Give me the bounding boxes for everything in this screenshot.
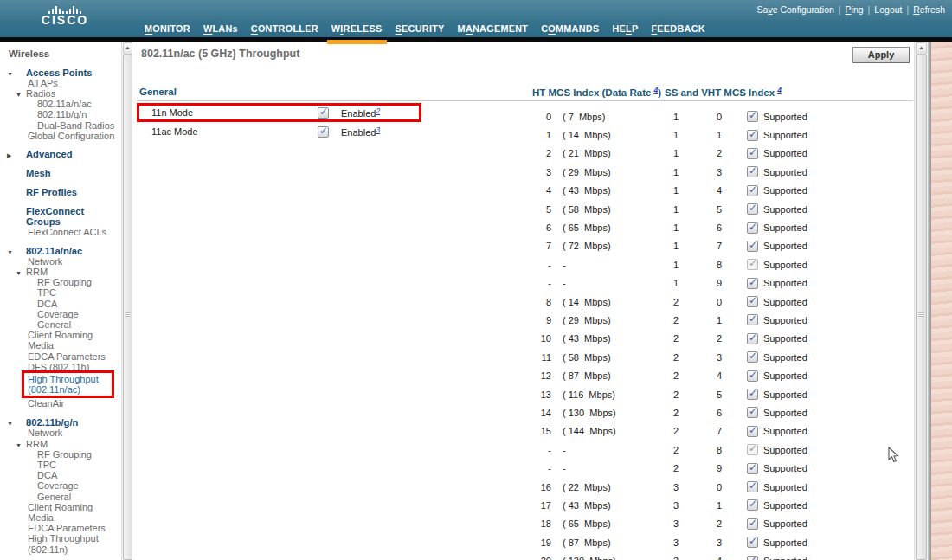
ht-mcs-heading-text: HT MCS Index (Data Rate <box>532 87 651 98</box>
mode-checkbox[interactable] <box>318 126 329 138</box>
sidebar-item-network[interactable]: Network <box>0 428 121 438</box>
sidebar-item-dca[interactable]: DCA <box>0 470 121 480</box>
menu-tab-help[interactable]: HELP <box>612 23 638 37</box>
ht-mcs-index: 13 <box>534 389 551 400</box>
menu-tab-security[interactable]: SECURITY <box>396 23 445 37</box>
toplink-refresh[interactable]: Refresh <box>913 4 945 15</box>
sidebar-item-edca-parameters[interactable]: EDCA Parameters <box>0 523 121 533</box>
apply-button[interactable]: Apply <box>852 47 910 63</box>
supported-checkbox[interactable] <box>747 148 758 159</box>
supported-checkbox[interactable] <box>747 351 758 363</box>
supported-checkbox[interactable] <box>747 278 758 289</box>
mode-footnote-link[interactable]: 3 <box>376 126 380 134</box>
spatial-stream: 2 <box>671 315 681 325</box>
sidebar-item-802-11a-n-ac[interactable]: 802.11a/n/ac <box>0 99 121 109</box>
sidebar-scrollbar-thumb[interactable] <box>123 55 132 560</box>
supported-checkbox[interactable] <box>747 463 758 474</box>
menu-tab-wlans[interactable]: WLANs <box>203 23 238 37</box>
sidebar-item-802-11b-g-n[interactable]: 802.11b/g/n <box>0 109 121 119</box>
menu-tab-feedback[interactable]: FEEDBACK <box>651 23 704 37</box>
toplink-logout[interactable]: Logout <box>874 4 902 15</box>
supported-checkbox[interactable] <box>747 203 758 215</box>
sidebar-item-advanced[interactable]: ▶Advanced <box>0 149 121 159</box>
sidebar-item-client-roaming[interactable]: Client Roaming <box>0 330 121 340</box>
sidebar-item-rrm[interactable]: ▼RRM <box>0 439 121 449</box>
chevron-right-icon[interactable]: ▶ <box>7 151 11 161</box>
menu-tab-controller[interactable]: CONTROLLER <box>251 23 318 37</box>
ht-mcs-heading-close: ) <box>658 87 661 98</box>
ht-mcs-index: 6 <box>534 222 551 233</box>
content-scrollbar[interactable]: ▲ <box>914 42 928 560</box>
sidebar-item-all-aps[interactable]: All APs <box>0 78 121 88</box>
sidebar-item-general[interactable]: General <box>0 319 121 330</box>
mode-footnote-link[interactable]: 2 <box>376 106 380 115</box>
sidebar-item-rf-profiles[interactable]: RF Profiles <box>0 187 121 197</box>
supported-checkbox[interactable] <box>747 333 758 344</box>
sidebar-item-802-11a-n-ac[interactable]: ▼802.11a/n/ac <box>0 246 121 256</box>
menu-tab-monitor[interactable]: MONITOR <box>145 23 190 37</box>
data-rate: ( 65 Mbps) <box>563 222 666 233</box>
supported-checkbox[interactable] <box>747 185 758 196</box>
supported-checkbox[interactable] <box>747 111 758 122</box>
ht-mcs-index: 8 <box>534 297 551 307</box>
content-scrollbar-thumb[interactable] <box>916 55 927 560</box>
toplink-save-configuration[interactable]: Save Configuration <box>757 4 834 15</box>
supported-checkbox[interactable] <box>747 314 758 325</box>
sidebar-item-general[interactable]: General <box>0 492 121 502</box>
vht-mcs-footnote-link[interactable]: 4 <box>777 86 782 94</box>
supported-checkbox[interactable] <box>747 389 758 400</box>
supported-checkbox[interactable] <box>747 518 758 530</box>
sidebar-item-high-throughput-802-11n-ac-[interactable]: High Throughput (802.11n/ac) <box>22 370 114 398</box>
menu-tab-management[interactable]: MANAGEMENT <box>458 23 529 37</box>
supported-checkbox[interactable] <box>747 499 758 511</box>
sidebar-item-edca-parameters[interactable]: EDCA Parameters <box>0 351 121 362</box>
scroll-up-icon[interactable]: ▲ <box>123 42 132 55</box>
sidebar-item-access-points[interactable]: ▼Access Points <box>0 68 121 78</box>
supported-checkbox[interactable] <box>747 407 758 418</box>
sidebar-item-rf-grouping[interactable]: RF Grouping <box>0 277 121 287</box>
sidebar-item-network[interactable]: Network <box>0 256 121 267</box>
supported-checkbox[interactable] <box>747 370 758 382</box>
ht-mcs-index: 14 <box>534 408 551 418</box>
spatial-stream: 2 <box>671 463 681 473</box>
sidebar-item-global-configuration[interactable]: Global Configuration <box>0 131 121 141</box>
supported-checkbox[interactable] <box>747 537 758 548</box>
mode-checkbox[interactable] <box>318 107 329 119</box>
menu-tab-wireless[interactable]: WIRELESS <box>331 23 383 37</box>
ht-mcs-index: 11 <box>534 352 551 363</box>
sidebar-item-media[interactable]: Media <box>0 512 121 523</box>
mcs-table-row: --18Supported <box>534 255 897 274</box>
supported-checkbox[interactable] <box>747 166 758 177</box>
supported-checkbox[interactable] <box>747 296 758 307</box>
sidebar-item-dca[interactable]: DCA <box>0 299 121 309</box>
menu-tab-commands[interactable]: COMMANDS <box>541 23 599 37</box>
sidebar-item-coverage[interactable]: Coverage <box>0 480 121 491</box>
sidebar-item-cleanair[interactable]: CleanAir <box>0 398 121 409</box>
supported-checkbox[interactable] <box>747 222 758 234</box>
toplink-ping[interactable]: Ping <box>846 4 864 15</box>
sidebar-item-flexconnect-acls[interactable]: FlexConnect ACLs <box>0 227 121 237</box>
sidebar-item-coverage[interactable]: Coverage <box>0 309 121 319</box>
sidebar-item-media[interactable]: Media <box>0 340 121 351</box>
supported-checkbox[interactable] <box>747 556 758 560</box>
vht-mcs-index: 8 <box>714 260 724 270</box>
scroll-up-icon[interactable]: ▲ <box>916 42 927 55</box>
sidebar-item-mesh[interactable]: Mesh <box>0 168 121 178</box>
sidebar-item-client-roaming[interactable]: Client Roaming <box>0 502 121 512</box>
sidebar-item-rrm[interactable]: ▼RRM <box>0 267 121 277</box>
supported-checkbox[interactable] <box>747 481 758 492</box>
link-separator: | <box>906 4 909 15</box>
sidebar-item-radios[interactable]: ▼Radios <box>0 88 121 99</box>
supported-checkbox[interactable] <box>747 241 758 252</box>
data-rate: ( 21 Mbps) <box>563 148 666 158</box>
sidebar-item-tpc[interactable]: TPC <box>0 460 121 470</box>
sidebar-item-802-11b-g-n[interactable]: ▼802.11b/g/n <box>0 417 121 428</box>
supported-checkbox[interactable] <box>747 130 758 141</box>
supported-checkbox[interactable] <box>747 426 758 437</box>
sidebar-item-flexconnect-groups[interactable]: FlexConnect Groups <box>0 206 121 227</box>
sidebar-item-rf-grouping[interactable]: RF Grouping <box>0 449 121 460</box>
sidebar-item-dual-band-radios[interactable]: Dual-Band Radios <box>0 120 121 131</box>
sidebar-scrollbar[interactable]: ▲ <box>121 42 133 560</box>
sidebar-item-tpc[interactable]: TPC <box>0 287 121 298</box>
sidebar-item-high-throughput-802-11n-[interactable]: High Throughput (802.11n) <box>0 533 121 554</box>
